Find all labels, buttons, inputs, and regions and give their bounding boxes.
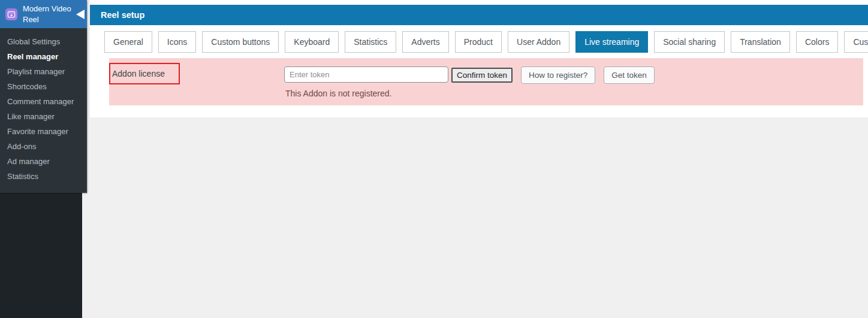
tab-adverts[interactable]: Adverts xyxy=(402,31,448,53)
current-menu-arrow-icon xyxy=(76,10,85,19)
sidebar-item-comment-manager[interactable]: Comment manager xyxy=(0,94,87,109)
main-content: Reel setup General Icons Custom buttons … xyxy=(90,0,868,117)
how-to-register-button[interactable]: How to register? xyxy=(521,66,595,84)
sidebar-item-shortcodes[interactable]: Shortcodes xyxy=(0,79,87,94)
settings-content: General Icons Custom buttons Keyboard St… xyxy=(90,25,868,117)
admin-page: Modern Video Reel Global Settings Reel m… xyxy=(0,0,868,318)
sidebar-item-favorite-manager[interactable]: Favorite manager xyxy=(0,124,87,139)
tab-general[interactable]: General xyxy=(104,31,152,53)
tab-icons[interactable]: Icons xyxy=(158,31,196,53)
tab-social-sharing[interactable]: Social sharing xyxy=(654,31,725,53)
tab-keyboard[interactable]: Keyboard xyxy=(285,31,339,53)
sidebar-item-playlist-manager[interactable]: Playlist manager xyxy=(0,64,87,79)
sidebar-item-like-manager[interactable]: Like manager xyxy=(0,109,87,124)
page-title: Reel setup xyxy=(101,10,144,20)
settings-tabs: General Icons Custom buttons Keyboard St… xyxy=(90,25,868,53)
license-form: Confirm token How to register? Get token… xyxy=(284,66,655,98)
tab-statistics[interactable]: Statistics xyxy=(345,31,396,53)
sidebar-item-statistics[interactable]: Statistics xyxy=(0,169,87,184)
sidebar-item-add-ons[interactable]: Add-ons xyxy=(0,139,87,154)
addon-license-label: Addon license xyxy=(109,63,180,84)
plugin-submenu-list: Global Settings Reel manager Playlist ma… xyxy=(0,34,87,184)
tab-user-addon[interactable]: User Addon xyxy=(508,31,569,53)
get-token-button[interactable]: Get token xyxy=(604,66,655,84)
page-title-bar: Reel setup xyxy=(90,5,868,25)
sidebar-item-reel-manager[interactable]: Reel manager xyxy=(0,49,87,64)
tab-product[interactable]: Product xyxy=(455,31,502,53)
confirm-token-button[interactable]: Confirm token xyxy=(451,68,513,83)
plugin-menu-title: Modern Video Reel xyxy=(23,4,74,24)
top-spacer xyxy=(90,0,868,5)
token-input[interactable] xyxy=(284,66,448,83)
sidebar-item-modern-video-reel[interactable]: Modern Video Reel xyxy=(0,0,87,28)
sidebar-item-ad-manager[interactable]: Ad manager xyxy=(0,154,87,169)
tab-translation[interactable]: Translation xyxy=(731,31,790,53)
sidebar-item-global-settings[interactable]: Global Settings xyxy=(0,34,87,49)
tab-colors[interactable]: Colors xyxy=(796,31,838,53)
video-reel-icon xyxy=(5,8,17,20)
tab-custom-buttons[interactable]: Custom buttons xyxy=(202,31,279,53)
plugin-submenu-panel: Modern Video Reel Global Settings Reel m… xyxy=(0,0,87,193)
tab-live-streaming[interactable]: Live streaming xyxy=(575,31,648,53)
tab-custom-css[interactable]: Custom css xyxy=(844,31,868,53)
license-form-row: Confirm token How to register? Get token xyxy=(284,66,655,84)
license-status-text: This Addon is not registered. xyxy=(284,89,655,98)
addon-license-panel: Addon license Confirm token How to regis… xyxy=(109,58,863,105)
